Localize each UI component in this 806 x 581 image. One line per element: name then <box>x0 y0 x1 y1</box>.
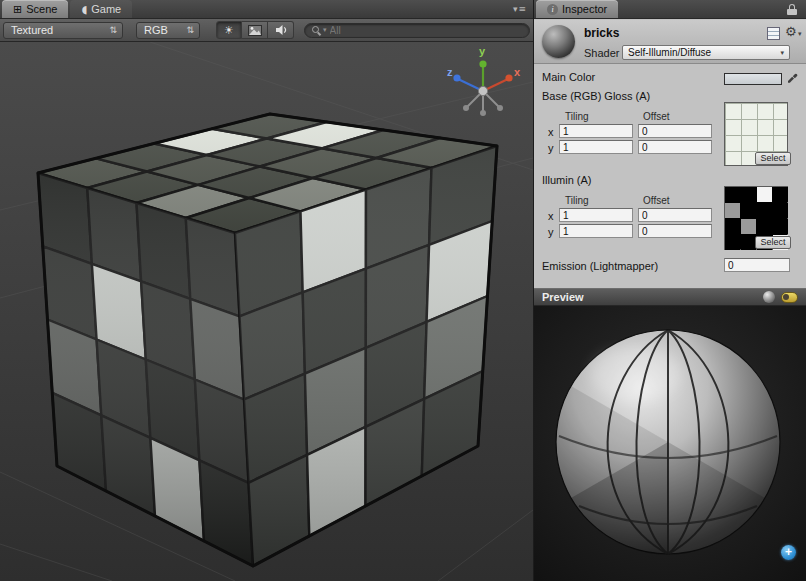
tab-game[interactable]: ◖ Game <box>70 0 132 18</box>
preview-title: Preview <box>542 291 757 303</box>
material-name: bricks <box>584 26 619 40</box>
inspector-tabstrip: i Inspector <box>534 0 806 19</box>
lighting-toggle-button[interactable]: ☀ <box>216 21 242 39</box>
gizmo-center-handle[interactable] <box>478 86 487 95</box>
gizmo-z-axis-handle[interactable] <box>453 74 460 81</box>
skybox-effects-button[interactable] <box>242 21 268 39</box>
base-offset-x-input[interactable] <box>638 124 712 138</box>
illumin-row-x-label: x <box>548 210 554 222</box>
gizmo-rear-axis-handle[interactable] <box>497 105 503 111</box>
illumin-offset-y-input[interactable] <box>638 224 712 238</box>
scene-icon: ⊞ <box>13 3 22 16</box>
tab-game-label: Game <box>91 3 121 15</box>
game-icon: ◖ <box>81 3 87 16</box>
illumin-texture-select-button[interactable]: Select <box>755 236 791 249</box>
tab-inspector-label: Inspector <box>562 3 607 15</box>
sun-icon: ☀ <box>224 24 234 37</box>
chevron-down-icon: ▾ <box>780 49 784 57</box>
inspector-panel: i Inspector bricks ⚙ ▾ Shader Self-Illum… <box>534 0 806 581</box>
illumin-row-y-label: y <box>548 226 554 238</box>
tab-scene[interactable]: ⊞ Scene <box>2 0 68 18</box>
color-mode-value: RGB <box>144 24 168 36</box>
illumin-tiling-x-input[interactable] <box>559 208 633 222</box>
eyedropper-icon[interactable] <box>786 70 798 83</box>
dropdown-arrows-icon: ⇅ <box>186 25 194 35</box>
preview-header[interactable]: Preview <box>534 288 806 306</box>
gear-icon[interactable]: ⚙ <box>785 24 797 39</box>
main-color-swatch[interactable] <box>724 73 782 85</box>
inspector-icon: i <box>547 4 558 15</box>
emission-input[interactable] <box>724 258 790 272</box>
base-tiling-y-input[interactable] <box>559 140 633 154</box>
search-filter-caret-icon: ▾ <box>323 26 327 34</box>
scene-view-toggles: ☀ <box>216 21 294 39</box>
scene-tabstrip: ⊞ Scene ◖ Game ▾≡ <box>0 0 533 19</box>
scene-search-input[interactable] <box>330 25 522 36</box>
help-icon[interactable] <box>767 27 780 40</box>
main-color-label: Main Color <box>542 71 595 83</box>
gizmo-rear-axis-handle[interactable] <box>480 110 486 116</box>
tiling-header: Tiling <box>565 111 589 122</box>
gizmo-rear-axis-handle[interactable] <box>463 105 469 111</box>
shader-dropdown[interactable]: Self-Illumin/Diffuse ▾ <box>622 45 790 60</box>
audio-toggle-button[interactable] <box>268 21 294 39</box>
tab-scene-label: Scene <box>26 3 57 15</box>
material-preview-thumbnail[interactable] <box>542 25 575 58</box>
shader-label: Shader <box>584 47 619 59</box>
illumin-section-label: Illumin (A) <box>542 174 592 186</box>
emission-label: Emission (Lightmapper) <box>542 260 658 272</box>
base-section-label: Base (RGB) Gloss (A) <box>542 90 650 102</box>
base-row-y-label: y <box>548 142 554 154</box>
base-tiling-x-input[interactable] <box>559 124 633 138</box>
dropdown-arrows-icon: ⇅ <box>109 25 117 35</box>
preview-lighting-icon[interactable] <box>781 292 798 303</box>
scene-panel: ⊞ Scene ◖ Game ▾≡ Textured ⇅ RGB ⇅ ☀ <box>0 0 533 581</box>
draw-mode-dropdown[interactable]: Textured ⇅ <box>3 22 123 39</box>
base-texture-select-button[interactable]: Select <box>755 152 791 165</box>
shader-value: Self-Illumin/Diffuse <box>628 47 711 58</box>
illumin-tiling-y-input[interactable] <box>559 224 633 238</box>
search-icon <box>312 26 320 34</box>
add-button[interactable]: + <box>781 545 796 560</box>
gizmo-z-label: z <box>447 66 453 78</box>
base-offset-y-input[interactable] <box>638 140 712 154</box>
lock-icon[interactable] <box>787 4 797 15</box>
offset-header: Offset <box>643 195 670 206</box>
pane-menu-icon[interactable]: ▾≡ <box>513 4 527 14</box>
illumin-offset-x-input[interactable] <box>638 208 712 222</box>
gizmo-y-axis-handle[interactable] <box>479 60 486 67</box>
draw-mode-value: Textured <box>11 24 53 36</box>
scene-viewport[interactable]: z x y <box>0 42 533 581</box>
scene-toolbar: Textured ⇅ RGB ⇅ ☀ <box>0 19 533 42</box>
gizmo-x-label: x <box>514 66 521 78</box>
preview-sphere-icon[interactable] <box>763 291 775 303</box>
image-icon <box>248 25 262 36</box>
material-header: bricks ⚙ ▾ Shader Self-Illumin/Diffuse ▾ <box>534 20 806 64</box>
gear-caret-icon: ▾ <box>798 30 802 38</box>
base-row-x-label: x <box>548 126 554 138</box>
gizmo-x-axis-handle[interactable] <box>505 74 512 81</box>
preview-sphere[interactable] <box>556 330 780 554</box>
tiling-header: Tiling <box>565 195 589 206</box>
material-preview-area[interactable]: + <box>534 306 806 581</box>
tab-inspector[interactable]: i Inspector <box>536 0 618 18</box>
offset-header: Offset <box>643 111 670 122</box>
speaker-icon <box>274 24 288 36</box>
scene-search-box[interactable]: ▾ <box>304 23 530 38</box>
color-mode-dropdown[interactable]: RGB ⇅ <box>136 22 200 39</box>
gizmo-y-label: y <box>479 45 486 57</box>
